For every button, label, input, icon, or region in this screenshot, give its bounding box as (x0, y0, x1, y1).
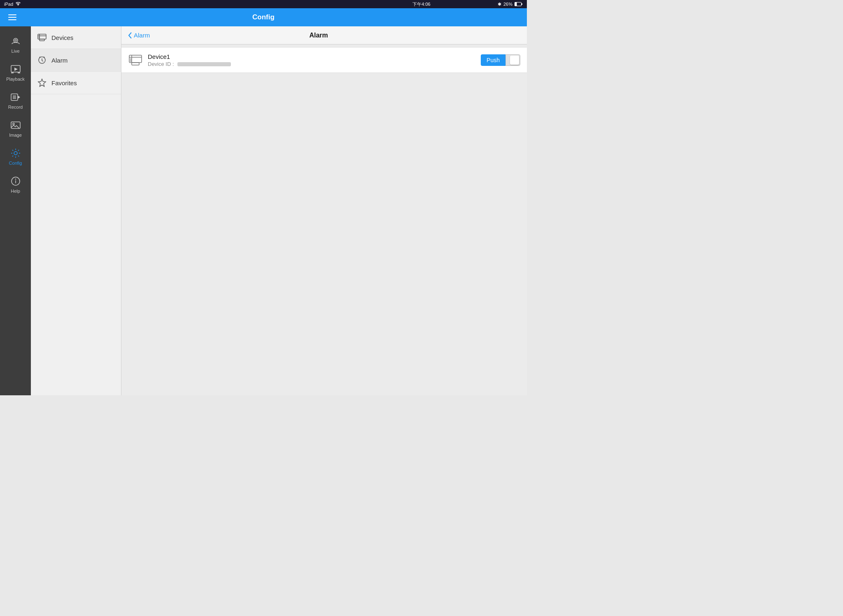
hamburger-line-2 (8, 17, 16, 18)
info-icon (10, 175, 21, 187)
toggle-switch[interactable] (505, 54, 520, 66)
device-id-label: Device ID : (148, 61, 174, 67)
device-name: Device1 (148, 53, 481, 60)
image-icon (10, 119, 21, 131)
sidebar-item-live[interactable]: Live (0, 30, 31, 58)
hamburger-button[interactable] (5, 11, 20, 23)
sidebar-label-live: Live (11, 49, 19, 54)
sidebar-item-record[interactable]: Record (0, 86, 31, 114)
secondary-item-favorites[interactable]: Favorites (31, 72, 121, 94)
favorites-icon (37, 78, 47, 87)
svg-rect-25 (40, 39, 44, 41)
battery-label: 26% (503, 2, 512, 7)
back-label: Alarm (134, 32, 150, 39)
device-id-row: Device ID : (148, 61, 481, 67)
svg-rect-14 (11, 122, 20, 128)
svg-marker-27 (38, 79, 46, 86)
svg-point-16 (14, 152, 17, 155)
devices-icon (37, 33, 47, 42)
device-id-value (177, 62, 231, 66)
secondary-label-favorites: Favorites (51, 79, 77, 86)
secondary-item-alarm[interactable]: Alarm (31, 49, 121, 72)
sidebar: Live Playback (0, 26, 31, 395)
device-info: Device1 Device ID : (148, 53, 481, 67)
sidebar-item-playback[interactable]: Playback (0, 58, 31, 86)
secondary-item-devices[interactable]: Devices (31, 26, 121, 49)
sidebar-label-image: Image (9, 133, 22, 138)
top-bar-title: Config (252, 13, 275, 21)
content-header: Alarm Alarm (121, 26, 527, 44)
svg-point-4 (15, 40, 16, 41)
camera-icon (10, 35, 21, 47)
sidebar-label-playback: Playback (6, 77, 25, 82)
bluetooth-icon: ✱ (498, 2, 501, 7)
sidebar-label-record: Record (8, 105, 23, 110)
battery-icon (515, 2, 523, 6)
svg-marker-10 (18, 96, 20, 99)
sidebar-item-help[interactable]: Help (0, 170, 31, 198)
content-title: Alarm (150, 32, 487, 39)
secondary-label-devices: Devices (51, 34, 73, 41)
record-icon (10, 91, 21, 103)
svg-point-3 (14, 38, 18, 42)
sidebar-item-config[interactable]: Config (0, 142, 31, 170)
sidebar-label-help: Help (11, 189, 20, 194)
main-layout: Live Playback (0, 26, 527, 395)
status-bar-right: ✱ 26% (498, 2, 523, 7)
svg-rect-34 (132, 63, 139, 65)
device-list: Device1 Device ID : Push (121, 44, 527, 73)
secondary-sidebar: Devices Alarm Favorites (31, 26, 121, 395)
push-toggle[interactable]: Push (481, 54, 520, 66)
secondary-label-alarm: Alarm (51, 57, 68, 64)
hamburger-line-1 (8, 14, 16, 15)
device-icon (128, 53, 143, 68)
svg-rect-1 (515, 2, 517, 6)
status-bar: iPad 下午4:06 ✱ 26% (0, 0, 527, 8)
device-label: iPad (4, 2, 13, 7)
status-bar-left: iPad (4, 2, 21, 7)
svg-rect-20 (38, 34, 46, 39)
playback-icon (10, 63, 21, 75)
table-row: Device1 Device ID : Push (121, 48, 527, 73)
svg-rect-2 (522, 3, 522, 5)
push-button[interactable]: Push (481, 54, 505, 66)
gear-icon (10, 147, 21, 159)
content-area: Alarm Alarm De (121, 26, 527, 395)
alarm-icon (37, 56, 47, 65)
sidebar-label-config: Config (9, 161, 22, 166)
status-bar-time: 下午4:06 (412, 1, 430, 7)
toggle-knob (510, 56, 519, 65)
top-bar: Config (0, 8, 527, 26)
sidebar-item-image[interactable]: Image (0, 114, 31, 142)
wifi-icon (15, 2, 21, 6)
svg-marker-6 (14, 68, 18, 71)
svg-point-19 (15, 179, 16, 180)
back-button[interactable]: Alarm (128, 32, 150, 39)
hamburger-line-3 (8, 19, 16, 20)
svg-point-15 (13, 123, 14, 125)
